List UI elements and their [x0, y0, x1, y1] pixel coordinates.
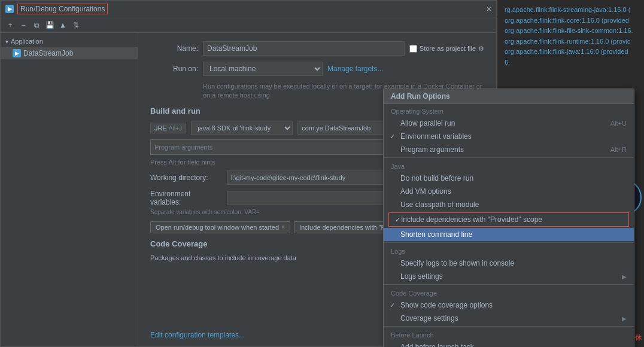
specify-logs-label: Specify logs to be shown in console [400, 259, 514, 267]
dropdown-menu: Add Run Options Operating System Allow p… [383, 89, 634, 347]
copy-config-button[interactable]: ⧉ [31, 19, 42, 31]
dialog-titlebar: ▶ Run/Debug Configurations × [1, 1, 496, 17]
sdk-select[interactable]: java 8 SDK of 'flink-study [191, 121, 293, 135]
env-vars-label: Environment variables: [150, 190, 222, 206]
toolbar: + − ⧉ 💾 ▲ ⇅ [1, 17, 496, 33]
sidebar-item-label: DataStreamJob [23, 49, 73, 57]
section-code-coverage: Code Coverage [384, 286, 634, 299]
dropdown-program-arguments[interactable]: Program arguments Alt+R [384, 143, 634, 156]
logs-settings-label: Logs settings [400, 272, 443, 281]
section-operating-system: Operating System [384, 104, 634, 117]
allow-parallel-shortcut: Alt+U [610, 120, 627, 127]
add-before-launch-label: Add before launch task [400, 343, 474, 347]
name-input[interactable] [203, 41, 405, 56]
dropdown-logs-settings[interactable]: Logs settings ▶ [384, 270, 634, 283]
dropdown-coverage-settings[interactable]: Coverage settings ▶ [384, 312, 634, 325]
dropdown-allow-parallel[interactable]: Allow parallel run Alt+U [384, 117, 634, 130]
add-vm-options-label: Add VM options [400, 187, 451, 196]
dep-item-1: org.apache.flink:flink-core:1.16.0 (prov… [505, 16, 637, 26]
section-before-launch: Before Launch [384, 328, 634, 340]
coverage-settings-label: Coverage settings [400, 314, 458, 322]
dropdown-use-classpath[interactable]: Use classpath of module [384, 198, 634, 211]
dropdown-do-not-build[interactable]: Do not build before run [384, 172, 634, 185]
dep-item-4: org.apache.flink:flink-java:1.16.0 (prov… [505, 47, 637, 57]
move-up-button[interactable]: ▲ [57, 19, 69, 31]
dialog-title-text: Run/Debug Configurations [17, 4, 108, 14]
sidebar: ▾ Application ▶ DataStreamJob [1, 33, 138, 346]
logs-settings-arrow: ▶ [622, 273, 627, 280]
run-on-label: Run on: [150, 65, 198, 73]
dropdown-add-before-launch[interactable]: Add before launch task [384, 340, 634, 347]
close-button[interactable]: × [487, 4, 491, 14]
store-as-project-row: Store as project file ⚙ [409, 45, 484, 53]
divider-2 [384, 242, 634, 243]
store-as-project-label: Store as project file [420, 45, 476, 52]
sort-button[interactable]: ⇅ [70, 19, 82, 31]
dropdown-specify-logs[interactable]: Specify logs to be shown in console [384, 257, 634, 270]
save-config-button[interactable]: 💾 [44, 19, 56, 31]
tag-open-tool-window-label: Open run/debug tool window when started [156, 224, 279, 231]
dep-item-3: org.apache.flink:flink-runtime:1.16.0 (p… [505, 36, 637, 47]
dropdown-env-variables[interactable]: Environment variables [384, 130, 634, 143]
dropdown-include-deps[interactable]: Include dependencies with "Provided" sco… [388, 212, 629, 227]
jre-label: JRE [154, 124, 167, 132]
remove-config-button[interactable]: − [17, 19, 29, 31]
dropdown-header: Add Run Options [384, 89, 634, 104]
sidebar-item-datastreamjob[interactable]: ▶ DataStreamJob [1, 47, 138, 59]
dialog-title-icon: ▶ [5, 5, 14, 13]
dropdown-show-coverage[interactable]: Show code coverage options [384, 299, 634, 312]
jre-shortcut: Alt+J [169, 125, 183, 132]
dep-item-2: org.apache.flink:flink-file-sink-common:… [505, 26, 637, 36]
dialog-title-group: ▶ Run/Debug Configurations [5, 4, 108, 14]
name-label: Name: [150, 44, 198, 53]
env-variables-label: Environment variables [400, 132, 472, 141]
store-as-project-checkbox[interactable] [409, 45, 417, 53]
run-on-select[interactable]: Local machine [203, 62, 323, 76]
application-group-label: ▾ Application [1, 35, 138, 47]
dropdown-add-vm-options[interactable]: Add VM options [384, 185, 634, 198]
dep-item-0: rg.apache.flink:flink-streaming-java:1.1… [505, 5, 637, 16]
manage-targets-link[interactable]: Manage targets... [327, 65, 383, 73]
tag-open-tool-window: Open run/debug tool window when started … [150, 221, 290, 233]
divider-3 [384, 284, 634, 285]
divider-4 [384, 326, 634, 327]
program-arguments-label: Program arguments [400, 145, 464, 154]
working-dir-label: Working directory: [150, 174, 222, 182]
shorten-cmd-label: Shorten command line [400, 230, 472, 239]
allow-parallel-label: Allow parallel run [400, 119, 455, 127]
app-icon: ▶ [13, 49, 21, 57]
section-logs: Logs [384, 244, 634, 257]
dropdown-shorten-cmd[interactable]: Shorten command line [384, 228, 634, 241]
do-not-build-label: Do not build before run [400, 174, 473, 182]
application-label: Application [11, 38, 43, 45]
run-on-row: Run on: Local machine Manage targets... [150, 62, 484, 76]
expand-icon: ▾ [5, 38, 8, 45]
name-row: Name: Store as project file ⚙ [150, 41, 484, 56]
use-classpath-label: Use classpath of module [400, 200, 479, 209]
section-java: Java [384, 159, 634, 172]
jre-button[interactable]: JRE Alt+J [150, 123, 186, 133]
dep-item-5: 6. [505, 57, 637, 68]
add-config-button[interactable]: + [4, 19, 16, 31]
tag-open-tool-window-close[interactable]: × [281, 224, 285, 230]
edit-templates-link[interactable]: Edit configuration templates... [150, 331, 245, 339]
divider-1 [384, 157, 634, 158]
settings-icon[interactable]: ⚙ [478, 45, 484, 53]
include-deps-label: Include dependencies with "Provided" sco… [401, 215, 542, 224]
show-coverage-label: Show code coverage options [400, 301, 493, 309]
coverage-settings-arrow: ▶ [622, 315, 627, 322]
program-arguments-shortcut: Alt+R [610, 146, 627, 153]
